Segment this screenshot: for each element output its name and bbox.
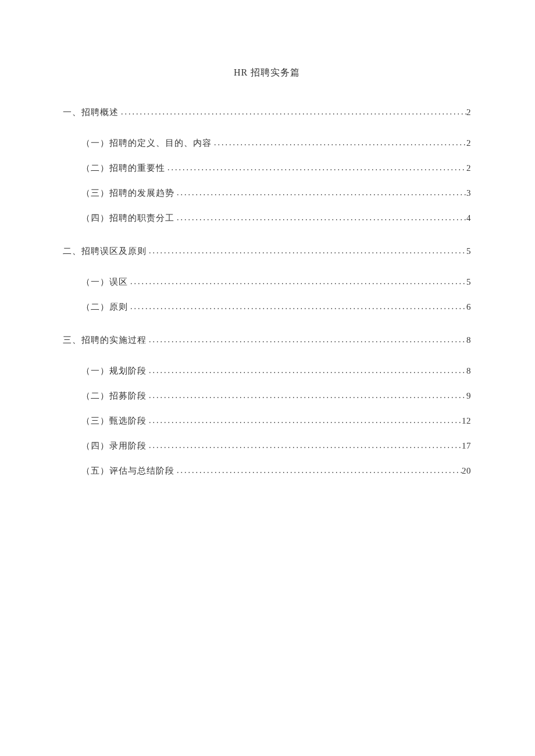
toc-page-number: 2: [466, 108, 471, 117]
toc-page-number: 8: [466, 366, 471, 376]
toc-leader-dots: [174, 213, 466, 223]
toc-page-number: 20: [462, 466, 471, 476]
toc-leader-dots: [147, 366, 466, 375]
toc-label: （二）招募阶段: [81, 390, 147, 402]
toc-entry-1-1: （一）招聘的定义、目的、内容 2: [81, 138, 471, 149]
toc-leader-dots: [128, 277, 466, 286]
toc-leader-dots: [147, 416, 462, 425]
toc-label: 三、招聘的实施过程: [63, 335, 147, 346]
toc-label: 二、招聘误区及原则: [63, 246, 147, 257]
toc-entry-2: 二、招聘误区及原则 5: [63, 246, 471, 257]
toc-entry-1-2: （二）招聘的重要性 2: [81, 163, 471, 174]
toc-entry-1-3: （三）招聘的发展趋势 3: [81, 188, 471, 199]
toc-leader-dots: [174, 188, 466, 198]
toc-leader-dots: [147, 391, 466, 400]
toc-leader-dots: [147, 246, 466, 256]
toc-page-number: 2: [466, 138, 471, 148]
toc-label: （一）规划阶段: [81, 366, 147, 377]
toc-leader-dots: [165, 163, 466, 173]
toc-entry-2-2: （二）原则 6: [81, 302, 471, 313]
toc-page-number: 5: [466, 246, 471, 256]
toc-label: （三）甄选阶段: [81, 415, 147, 427]
toc-label: （二）招聘的重要性: [81, 163, 165, 174]
toc-entry-3-3: （三）甄选阶段 12: [81, 415, 471, 427]
toc-leader-dots: [147, 335, 466, 345]
toc-leader-dots: [119, 108, 466, 117]
document-title: HR 招聘实务篇: [63, 67, 471, 79]
toc-leader-dots: [212, 138, 466, 148]
toc-page-number: 2: [466, 163, 471, 173]
toc-label: （五）评估与总结阶段: [81, 465, 174, 476]
toc-label: 一、招聘概述: [63, 107, 119, 118]
toc-label: （三）招聘的发展趋势: [81, 188, 174, 199]
toc-page-number: 8: [466, 335, 471, 345]
toc-leader-dots: [174, 466, 462, 475]
toc-page-number: 3: [466, 188, 471, 198]
toc-page-number: 6: [466, 302, 471, 312]
toc-section-1: 一、招聘概述 2 （一）招聘的定义、目的、内容 2 （二）招聘的重要性 2 （三…: [63, 107, 471, 224]
toc-entry-3-2: （二）招募阶段 9: [81, 390, 471, 402]
toc-page-number: 9: [466, 391, 471, 401]
toc-entry-3: 三、招聘的实施过程 8: [63, 335, 471, 346]
toc-section-3: 三、招聘的实施过程 8 （一）规划阶段 8 （二）招募阶段 9 （三）甄选阶段 …: [63, 335, 471, 476]
toc-label: （二）原则: [81, 302, 128, 313]
toc-leader-dots: [147, 441, 462, 450]
toc-entry-2-1: （一）误区 5: [81, 277, 471, 288]
toc-label: （四）录用阶段: [81, 440, 147, 452]
toc-page-number: 4: [466, 213, 471, 223]
toc-label: （四）招聘的职责分工: [81, 213, 174, 224]
toc-entry-1-4: （四）招聘的职责分工 4: [81, 213, 471, 224]
toc-section-2: 二、招聘误区及原则 5 （一）误区 5 （二）原则 6: [63, 246, 471, 313]
toc-page-number: 5: [466, 277, 471, 287]
toc-entry-1: 一、招聘概述 2: [63, 107, 471, 118]
toc-page-number: 17: [462, 441, 471, 451]
toc-entry-3-4: （四）录用阶段 17: [81, 440, 471, 452]
toc-label: （一）招聘的定义、目的、内容: [81, 138, 212, 149]
toc-page-number: 12: [462, 416, 471, 426]
toc-entry-3-1: （一）规划阶段 8: [81, 366, 471, 377]
toc-label: （一）误区: [81, 277, 128, 288]
toc-entry-3-5: （五）评估与总结阶段 20: [81, 465, 471, 476]
toc-leader-dots: [128, 302, 466, 311]
